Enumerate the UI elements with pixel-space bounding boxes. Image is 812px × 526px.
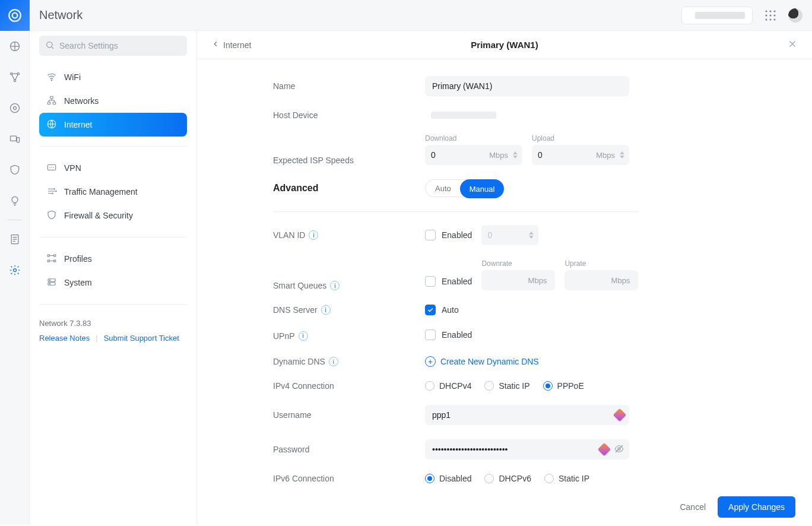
upnp-label: UPnP [273,331,295,341]
smart-queues-label: Smart Queues [273,281,326,290]
svg-point-16 [765,14,767,16]
panel-title: Primary (WAN1) [197,40,812,50]
name-input[interactable] [425,76,629,96]
search-input[interactable] [59,41,181,50]
stepper-icon[interactable] [620,147,627,163]
sidebar-item-vpn[interactable]: VPN [39,156,187,180]
rail-logs-icon[interactable] [0,224,30,255]
svg-point-15 [773,10,775,12]
rail-insights-icon[interactable] [0,185,30,216]
download-input[interactable]: Mbps [425,145,522,165]
radio-label: Static IP [499,381,529,391]
shield-icon [46,210,57,222]
ddns-label: Dynamic DNS [273,357,325,366]
search-icon [45,40,59,52]
rail-settings-icon[interactable] [0,255,30,286]
version-text: Network 7.3.83 [39,319,187,328]
sidebar-item-firewall[interactable]: Firewall & Security [39,204,187,227]
radio-label: DHCPv6 [499,474,531,483]
download-value-field[interactable] [431,150,467,160]
app-switcher-icon[interactable] [763,8,778,23]
release-notes-link[interactable]: Release Notes [39,334,90,343]
rail-devices-icon[interactable] [0,123,30,154]
svg-point-6 [10,104,19,113]
rail-radar-icon[interactable] [0,93,30,123]
svg-point-31 [52,193,53,194]
ipv6-disabled-radio[interactable]: Disabled [425,474,471,483]
smart-queues-enabled-checkbox[interactable]: Enabled [425,276,472,287]
support-ticket-link[interactable]: Submit Support Ticket [104,334,179,343]
sidebar-item-system[interactable]: System [39,271,187,294]
console-device-chip[interactable] [681,7,753,24]
vlan-label: VLAN ID [273,230,305,240]
svg-point-17 [769,14,771,16]
advanced-mode-toggle[interactable]: Auto Manual [425,179,504,197]
cancel-button[interactable]: Cancel [680,502,706,512]
sidebar-item-label: WiFi [64,72,81,82]
sidebar-item-networks[interactable]: Networks [39,89,187,113]
info-icon[interactable]: i [321,305,331,315]
rail-dashboard-icon[interactable] [0,31,30,62]
mode-manual-button[interactable]: Manual [460,179,505,198]
vpn-icon [46,162,57,175]
create-ddns-label: Create New Dynamic DNS [440,357,539,366]
sidebar-item-label: VPN [64,163,81,173]
svg-point-23 [51,80,52,81]
uprate-label: Uprate [564,259,638,268]
info-icon[interactable]: i [299,331,308,341]
sidebar-item-label: Internet [64,120,92,129]
mode-auto-button[interactable]: Auto [426,180,461,197]
checkbox-label: Enabled [442,330,472,340]
upload-input[interactable]: Mbps [532,145,629,165]
upnp-enabled-checkbox[interactable]: Enabled [425,329,472,340]
ipv4-dhcp-radio[interactable]: DHCPv4 [425,381,471,391]
ipv6-static-radio[interactable]: Static IP [544,474,589,483]
uprate-input: Mbps [564,270,638,290]
info-icon[interactable]: i [330,281,340,290]
search-box[interactable] [39,36,187,56]
device-name-redacted [695,12,745,19]
sidebar-item-profiles[interactable]: Profiles [39,247,187,271]
ipv6-dhcp-radio[interactable]: DHCPv6 [484,474,531,483]
lan-icon [46,95,57,107]
vlan-id-input [481,225,538,245]
svg-point-12 [13,269,16,272]
vlan-enabled-checkbox[interactable]: Enabled [425,230,472,240]
svg-point-10 [12,197,18,202]
svg-rect-25 [47,102,50,104]
create-ddns-button[interactable]: + Create New Dynamic DNS [425,356,539,367]
dns-auto-checkbox[interactable]: Auto [425,305,459,315]
toggle-password-visibility-icon[interactable] [614,443,624,456]
unit-label: Mbps [596,151,615,160]
sidebar-item-wifi[interactable]: WiFi [39,65,187,89]
brand-logo[interactable] [0,0,30,31]
globe-icon [46,119,57,131]
username-input[interactable] [425,405,629,425]
close-button[interactable] [787,39,798,51]
ipv4-pppoe-radio[interactable]: PPPoE [543,381,584,391]
sidebar-item-traffic[interactable]: Traffic Management [39,180,187,204]
speeds-label: Expected ISP Speeds [273,156,425,165]
host-device-label: Host Device [273,110,425,120]
downrate-field [487,275,523,285]
back-link[interactable]: Internet [211,40,251,50]
avatar[interactable] [788,8,803,23]
sidebar-item-internet[interactable]: Internet [39,113,187,137]
rail-topology-icon[interactable] [0,62,30,93]
rail-security-icon[interactable] [0,154,30,185]
downrate-label: Downrate [481,259,555,268]
sidebar-item-label: Firewall & Security [64,211,133,220]
ipv4-static-radio[interactable]: Static IP [484,381,529,391]
apply-changes-button[interactable]: Apply Changes [718,496,795,518]
name-label: Name [273,81,425,91]
sliders-icon [46,253,57,265]
stepper-icon[interactable] [513,147,520,163]
info-icon[interactable]: i [329,357,338,366]
svg-point-21 [773,18,775,20]
radio-label: DHCPv4 [439,381,471,391]
info-icon[interactable]: i [309,230,318,240]
upload-value-field[interactable] [538,150,573,160]
host-device-name-redacted [431,112,496,119]
downrate-input: Mbps [481,270,555,290]
radio-label: Static IP [559,474,589,483]
